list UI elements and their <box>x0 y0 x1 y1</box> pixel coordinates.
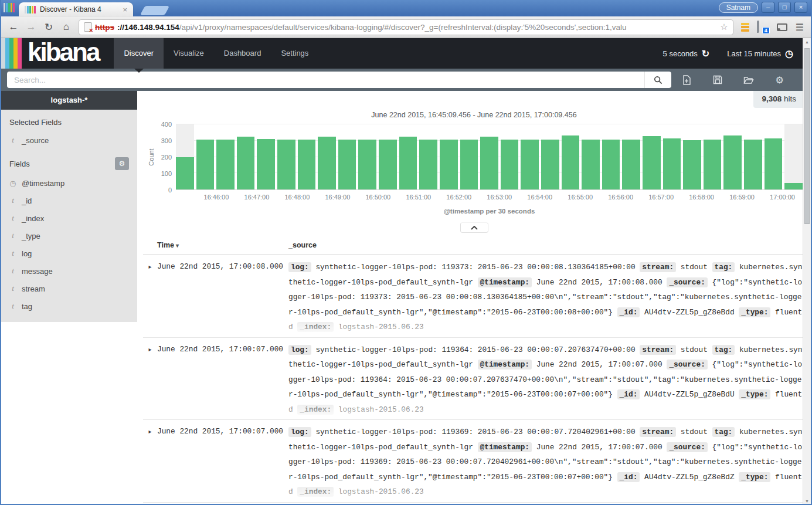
histogram-bar[interactable] <box>318 137 336 189</box>
broken-https-icon[interactable] <box>84 22 92 32</box>
settings-gear-icon[interactable]: ⚙ <box>775 74 783 86</box>
histogram-bar[interactable] <box>683 140 701 189</box>
hangouts-extension-icon[interactable]: 4 <box>757 22 769 32</box>
expand-caret-icon[interactable]: ▸ <box>143 343 157 418</box>
scrollbar-thumb[interactable] <box>804 48 810 224</box>
histogram-bar[interactable] <box>419 140 437 189</box>
page-scrollbar[interactable]: ▲ ▼ <box>803 38 811 505</box>
histogram-bar[interactable] <box>379 140 397 189</box>
field-settings-button[interactable]: ⚙ <box>115 157 129 170</box>
collapse-chart-button[interactable] <box>460 222 488 233</box>
load-search-button[interactable] <box>743 76 754 84</box>
minimize-button[interactable]: – <box>762 2 774 13</box>
new-tab-button[interactable] <box>140 6 170 15</box>
table-row[interactable]: ▸June 22nd 2015, 17:00:07.000log: synthe… <box>143 420 811 503</box>
histogram-bar[interactable] <box>237 137 255 189</box>
search-button[interactable] <box>644 72 671 88</box>
histogram-bar[interactable] <box>602 140 620 189</box>
histogram-bar[interactable] <box>176 157 194 190</box>
tab-close-icon[interactable]: × <box>123 5 127 14</box>
histogram-bar[interactable] <box>643 136 661 189</box>
maximize-button[interactable]: □ <box>778 2 791 13</box>
field-item-timestamp[interactable]: ◷@timestamp <box>1 175 137 192</box>
row-time: June 22nd 2015, 17:00:07.000 <box>157 343 288 418</box>
nav-item-discover[interactable]: Discover <box>114 38 164 69</box>
histogram-bar-slot <box>196 124 215 189</box>
histogram-bar[interactable] <box>358 140 376 189</box>
reload-icon[interactable]: ↻ <box>41 21 56 33</box>
histogram-bar[interactable] <box>541 140 559 189</box>
cast-icon[interactable] <box>777 23 787 31</box>
index-pattern-selector[interactable]: logstash-* <box>1 91 137 110</box>
histogram-bar[interactable] <box>216 140 235 189</box>
field-name: @timestamp <box>22 179 64 188</box>
histogram-bar[interactable] <box>399 137 417 189</box>
time-column-header[interactable]: Time▾ <box>157 241 288 249</box>
field-item-stream[interactable]: tstream <box>1 280 137 297</box>
field-item-_index[interactable]: t_index <box>1 209 137 227</box>
histogram-bar[interactable] <box>440 140 458 189</box>
histogram-bar[interactable] <box>744 140 762 189</box>
back-icon[interactable]: ← <box>6 21 21 33</box>
histogram-bar[interactable] <box>298 140 316 189</box>
field-item-_type[interactable]: t_type <box>1 227 137 245</box>
histogram-bar-slot <box>582 124 600 189</box>
field-item-_source[interactable]: t_source <box>1 131 137 149</box>
nav-item-visualize[interactable]: Visualize <box>164 38 214 69</box>
nav-item-dashboard[interactable]: Dashboard <box>214 38 271 69</box>
y-tick-label: 300 <box>161 137 172 144</box>
histogram-bar[interactable] <box>338 140 356 189</box>
table-row[interactable]: ▸June 22nd 2015, 17:00:08.000log: synthe… <box>143 255 811 338</box>
table-row[interactable]: ▸June 22nd 2015, 17:00:07.000log: synthe… <box>143 338 811 421</box>
field-item-log[interactable]: tlog <box>1 245 137 262</box>
histogram-bar-slot <box>765 124 783 189</box>
save-search-button[interactable] <box>713 75 722 84</box>
histogram-bar[interactable] <box>501 140 519 189</box>
x-tick-label: 16:50:00 <box>365 194 390 201</box>
histogram-bar[interactable] <box>663 138 681 189</box>
field-item-tag[interactable]: ttag <box>1 297 137 315</box>
field-item-message[interactable]: tmessage <box>1 262 137 280</box>
histogram-bar[interactable] <box>196 140 215 189</box>
histogram-bar[interactable] <box>257 139 275 189</box>
source-column-header[interactable]: _source <box>288 241 317 249</box>
user-button[interactable]: Satnam <box>719 2 758 13</box>
extension-icon[interactable] <box>741 23 749 32</box>
histogram-bar[interactable] <box>622 140 640 189</box>
kibana-page: kibana DiscoverVisualizeDashboardSetting… <box>1 38 811 505</box>
browser-menu-icon[interactable]: ☰ <box>796 22 804 33</box>
histogram-bar[interactable] <box>277 140 295 189</box>
field-item-_id[interactable]: t_id <box>1 192 137 209</box>
histogram-bar[interactable] <box>765 138 783 189</box>
expand-caret-icon[interactable]: ▸ <box>143 425 157 500</box>
search-input[interactable] <box>7 72 644 88</box>
field-chip: _source: <box>667 360 707 370</box>
expand-caret-icon[interactable]: ▸ <box>143 260 157 335</box>
histogram-bar[interactable] <box>704 140 722 189</box>
histogram-bar[interactable] <box>723 135 742 189</box>
nav-item-settings[interactable]: Settings <box>271 38 318 69</box>
refresh-interval-button[interactable]: 5 seconds ↻ <box>663 48 710 59</box>
url-bar[interactable]: https ://146.148.94.154/api/v1/proxy/nam… <box>79 19 733 35</box>
forward-icon[interactable]: → <box>23 21 39 33</box>
histogram-bar[interactable] <box>460 140 478 189</box>
histogram-bar-slot <box>683 124 701 189</box>
browser-tab[interactable]: Discover - Kibana 4 × <box>19 2 133 16</box>
scroll-down-arrow[interactable]: ▼ <box>803 499 811 503</box>
scroll-up-arrow[interactable]: ▲ <box>803 40 811 44</box>
field-chip: tag: <box>712 427 735 437</box>
string-field-icon: t <box>9 284 16 293</box>
new-search-button[interactable] <box>682 75 691 85</box>
histogram-bar-slot <box>704 124 722 189</box>
histogram-bar[interactable] <box>582 140 600 189</box>
histogram-bar[interactable] <box>784 183 803 189</box>
histogram-bar[interactable] <box>521 140 539 189</box>
close-button[interactable]: × <box>794 2 807 13</box>
time-range-button[interactable]: Last 15 minutes ◷ <box>727 48 793 59</box>
histogram-bar[interactable] <box>562 135 580 189</box>
home-icon[interactable]: ⌂ <box>59 21 74 33</box>
selected-fields-list: t_source <box>1 131 137 149</box>
kibana-favicon <box>25 6 36 13</box>
histogram-bar[interactable] <box>480 137 498 189</box>
bookmark-star-icon[interactable]: ☆ <box>720 22 728 32</box>
